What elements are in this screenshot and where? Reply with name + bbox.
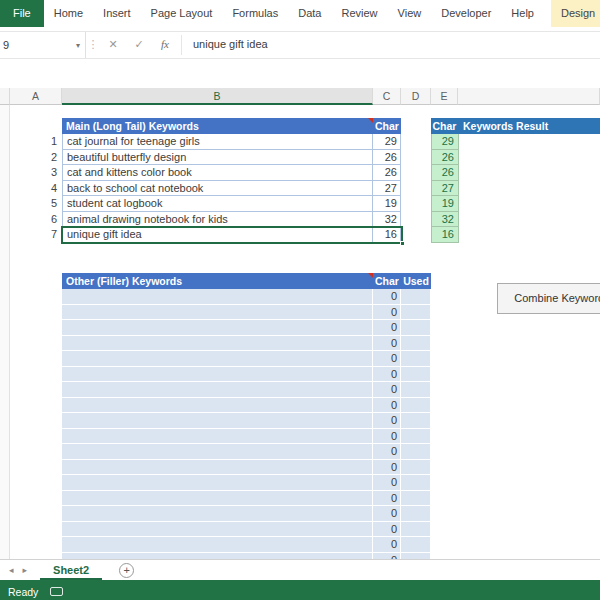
name-box[interactable]: 9 ▾ <box>0 32 86 58</box>
cell-keyword[interactable]: animal drawing notebook for kids <box>62 212 373 228</box>
cell-char-count[interactable]: 27 <box>373 181 401 197</box>
filler-cell-used[interactable] <box>401 491 431 507</box>
filler-cell-keyword[interactable] <box>62 491 373 507</box>
formula-input[interactable]: unique gift idea <box>185 32 268 58</box>
filler-cell-char[interactable]: 0 <box>373 522 401 538</box>
filler-cell-keyword[interactable] <box>62 289 373 305</box>
filler-cell-used[interactable] <box>401 444 431 460</box>
cell-char-count[interactable]: 16 <box>373 227 401 243</box>
filler-cell-keyword[interactable] <box>62 506 373 522</box>
filler-cell-keyword[interactable] <box>62 475 373 491</box>
filler-cell-char[interactable]: 0 <box>373 398 401 414</box>
name-box-dropdown-icon[interactable]: ▾ <box>76 41 80 50</box>
filler-cell-used[interactable] <box>401 351 431 367</box>
filler-cell-char[interactable]: 0 <box>373 475 401 491</box>
sheet-tab-sheet2[interactable]: Sheet2 <box>40 561 102 580</box>
filler-cell-keyword[interactable] <box>62 398 373 414</box>
filler-cell-keyword[interactable] <box>62 367 373 383</box>
filler-cell-keyword[interactable] <box>62 413 373 429</box>
filler-cell-keyword[interactable] <box>62 553 373 560</box>
filler-cell-used[interactable] <box>401 305 431 321</box>
cell-keyword[interactable]: beautiful butterfly design <box>62 150 373 166</box>
filler-cell-keyword[interactable] <box>62 351 373 367</box>
filler-cell-char[interactable]: 0 <box>373 444 401 460</box>
result-cell[interactable]: 26 <box>431 150 459 166</box>
filler-cell-keyword[interactable] <box>62 522 373 538</box>
cell-keyword[interactable]: cat journal for teenage girls <box>62 134 373 150</box>
row-header-strip[interactable] <box>0 105 10 559</box>
cell-keyword[interactable]: student cat logbook <box>62 196 373 212</box>
ribbon-tab-page-layout[interactable]: Page Layout <box>141 0 223 27</box>
filler-cell-used[interactable] <box>401 398 431 414</box>
macro-record-icon[interactable] <box>50 587 63 596</box>
column-header-b[interactable]: B <box>62 88 373 105</box>
filler-cell-keyword[interactable] <box>62 305 373 321</box>
column-header-e[interactable]: E <box>431 88 458 105</box>
ribbon-tab-help[interactable]: Help <box>501 0 544 27</box>
filler-cell-char[interactable]: 0 <box>373 305 401 321</box>
result-cell[interactable]: 29 <box>431 134 459 150</box>
cell-row-number[interactable]: 7 <box>10 227 62 243</box>
cell-row-number[interactable]: 1 <box>10 134 62 150</box>
cell-keyword[interactable]: cat and kittens color book <box>62 165 373 181</box>
result-cell[interactable]: 16 <box>431 227 459 243</box>
enter-icon[interactable]: ✓ <box>126 32 152 58</box>
filler-cell-used[interactable] <box>401 289 431 305</box>
result-cell[interactable]: 19 <box>431 196 459 212</box>
filler-cell-keyword[interactable] <box>62 320 373 336</box>
main-table-header[interactable]: Main (Long Tail) Keywords <box>62 118 373 134</box>
filler-table-header[interactable]: Other (Filler) Keywords <box>62 273 373 289</box>
filler-cell-used[interactable] <box>401 460 431 476</box>
filler-cell-used[interactable] <box>401 553 431 560</box>
filler-cell-char[interactable]: 0 <box>373 537 401 553</box>
column-header-d[interactable]: D <box>401 88 431 105</box>
add-sheet-button[interactable]: + <box>119 563 134 578</box>
filler-cell-used[interactable] <box>401 336 431 352</box>
filler-cell-used[interactable] <box>401 320 431 336</box>
filler-cell-char[interactable]: 0 <box>373 413 401 429</box>
filler-cell-char[interactable]: 0 <box>373 506 401 522</box>
filler-cell-char[interactable]: 0 <box>373 367 401 383</box>
filler-cell-char[interactable]: 0 <box>373 320 401 336</box>
filler-cell-char[interactable]: 0 <box>373 289 401 305</box>
cell-char-count[interactable]: 32 <box>373 212 401 228</box>
cell-row-number[interactable]: 3 <box>10 165 62 181</box>
cell-char-count[interactable]: 26 <box>373 150 401 166</box>
result-cell[interactable]: 26 <box>431 165 459 181</box>
insert-function-icon[interactable]: fx <box>152 32 178 58</box>
cell-char-count[interactable]: 26 <box>373 165 401 181</box>
filler-cell-char[interactable]: 0 <box>373 491 401 507</box>
cell-row-number[interactable]: 2 <box>10 150 62 166</box>
filler-cell-char[interactable]: 0 <box>373 351 401 367</box>
ribbon-tab-design[interactable]: Design <box>551 0 600 27</box>
filler-cell-char[interactable]: 0 <box>373 336 401 352</box>
filler-cell-keyword[interactable] <box>62 444 373 460</box>
filler-char-header[interactable]: Char <box>373 273 401 289</box>
filler-cell-used[interactable] <box>401 429 431 445</box>
filler-cell-keyword[interactable] <box>62 336 373 352</box>
cell-row-number[interactable]: 6 <box>10 212 62 228</box>
ribbon-tab-home[interactable]: Home <box>44 0 93 27</box>
ribbon-tab-formulas[interactable]: Formulas <box>222 0 288 27</box>
filler-cell-used[interactable] <box>401 522 431 538</box>
fill-handle[interactable] <box>400 241 405 246</box>
filler-cell-used[interactable] <box>401 413 431 429</box>
ribbon-tab-data[interactable]: Data <box>288 0 331 27</box>
filler-cell-keyword[interactable] <box>62 537 373 553</box>
filler-cell-keyword[interactable] <box>62 382 373 398</box>
filler-cell-char[interactable]: 0 <box>373 460 401 476</box>
column-header-c[interactable]: C <box>373 88 401 105</box>
filler-cell-char[interactable]: 0 <box>373 382 401 398</box>
ribbon-tab-review[interactable]: Review <box>331 0 387 27</box>
result-cell[interactable]: 27 <box>431 181 459 197</box>
cell-keyword[interactable]: back to school cat notebook <box>62 181 373 197</box>
ribbon-tab-insert[interactable]: Insert <box>93 0 141 27</box>
combine-keywords-button[interactable]: Combine Keywords <box>497 283 600 314</box>
filler-cell-keyword[interactable] <box>62 429 373 445</box>
ribbon-tab-developer[interactable]: Developer <box>431 0 501 27</box>
sheet-nav-right-icon[interactable]: ▸ <box>23 565 28 575</box>
filler-cell-used[interactable] <box>401 475 431 491</box>
column-header-a[interactable]: A <box>10 88 62 105</box>
filler-cell-char[interactable]: 0 <box>373 429 401 445</box>
sheet-nav-left-icon[interactable]: ◂ <box>9 565 14 575</box>
